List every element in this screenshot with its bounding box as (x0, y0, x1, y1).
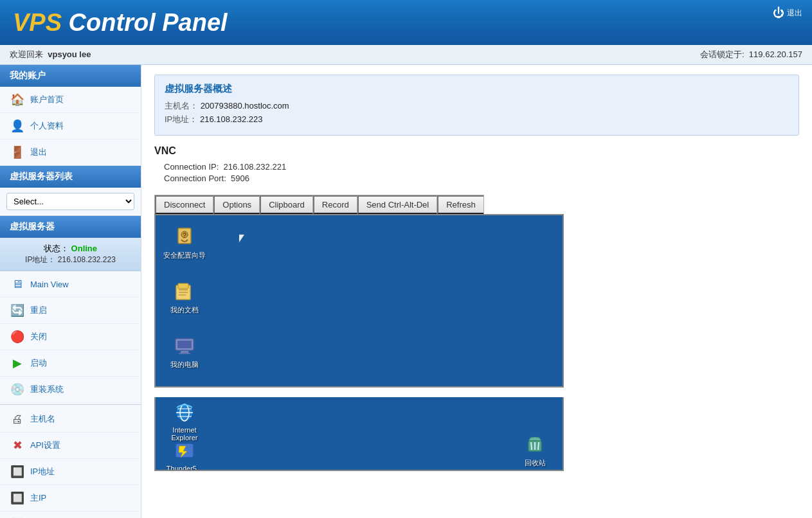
welcome-username: vpsyou lee (48, 49, 91, 59)
sidebar-item-api[interactable]: ✖ API设置 (0, 433, 141, 459)
session-label: 会话锁定于: (700, 49, 744, 59)
svg-rect-17 (176, 443, 194, 458)
sidebar-item-reinstall[interactable]: 💿 重装系统 (0, 377, 141, 403)
sidebar-item-ip[interactable]: 🔲 IP地址 (0, 459, 141, 485)
reinstall-label: 重装系统 (30, 384, 64, 395)
shutdown-icon: 🔴 (10, 329, 25, 344)
vps-status-box: 状态： Online IP地址： 216.108.232.223 (0, 238, 141, 271)
mainip-label: 主IP (30, 492, 46, 504)
ie-icon (172, 400, 197, 425)
sidebar: 我的账户 🏠 账户首页 👤 个人资料 🚪 退出 虚拟服务器列表 Select..… (0, 65, 141, 518)
vps-select-dropdown[interactable]: Select... (6, 193, 134, 210)
vnc-toolbar: Disconnect Options Clipboard Record Send… (154, 195, 484, 214)
vps-selector: Select... (0, 188, 141, 216)
ip-icon: 🔲 (10, 464, 25, 479)
logout-sidebar-label: 退出 (30, 147, 47, 158)
ip-label-ov: IP地址： (165, 114, 197, 124)
vnc-screen-2: Internet Explorer Thunder5... (154, 397, 564, 471)
vnc-connection-ip: Connection IP: 216.108.232.221 (154, 162, 799, 172)
svg-rect-10 (181, 351, 188, 353)
welcome-prefix: 欢迎回来 (10, 49, 43, 59)
recycle-icon (523, 433, 547, 457)
power-icon: ⏻ (773, 6, 784, 20)
vps-ip-row: IP地址： 216.108.232.223 (10, 255, 131, 265)
vps-section-title: 虚拟服务器 (0, 216, 141, 238)
mycomputer-label: 我的电脑 (170, 360, 199, 370)
clipboard-button[interactable]: Clipboard (260, 195, 313, 214)
svg-rect-11 (179, 353, 190, 354)
desktop-icon-mydocs[interactable]: 我的文档 (162, 280, 207, 315)
overview-box: 虚拟服务器概述 主机名： 200793880.hostloc.com IP地址：… (154, 75, 799, 136)
status-label: 状态： (44, 244, 69, 253)
ip-label2: IP地址 (30, 466, 55, 478)
disconnect-button[interactable]: Disconnect (155, 195, 213, 214)
exit-icon: 🚪 (10, 145, 25, 160)
welcome-text: 欢迎回来 vpsyou lee (10, 49, 91, 60)
session-info: 会话锁定于: 119.62.20.157 (700, 49, 802, 60)
sidebar-divider (0, 404, 141, 405)
options-button[interactable]: Options (213, 195, 260, 214)
main-view-label: Main View (30, 280, 69, 289)
desktop-icon-ie[interactable]: Internet Explorer (162, 400, 207, 442)
logout-button[interactable]: ⏻ 退出 (773, 6, 802, 20)
sidebar-item-hostname[interactable]: 🖨 主机名 (0, 406, 141, 433)
restart-label: 重启 (30, 305, 47, 316)
ip-value: 216.108.232.223 (58, 255, 116, 264)
shutdown-label: 关闭 (30, 331, 47, 343)
vnc-screen-1: ? 安全配置向导 我的文档 (154, 214, 564, 388)
hostname-icon: 🖨 (10, 411, 25, 427)
app-title: VPS Control Panel (13, 9, 228, 37)
personal-info-label: 个人资料 (30, 120, 64, 132)
api-icon: ✖ (10, 438, 25, 453)
sidebar-item-shutdown[interactable]: 🔴 关闭 (0, 324, 141, 350)
desktop-icon-mycomputer[interactable]: 我的电脑 (162, 334, 207, 370)
sidebar-item-restart[interactable]: 🔄 重启 (0, 298, 141, 324)
overview-ip: IP地址： 216.108.232.223 (165, 114, 789, 125)
svg-text:?: ? (183, 232, 186, 239)
reinstall-icon: 💿 (10, 382, 25, 397)
mydocs-icon (172, 280, 197, 304)
session-ip: 119.62.20.157 (749, 49, 802, 59)
security-label: 安全配置向导 (163, 251, 206, 260)
desktop-icon-security[interactable]: ? 安全配置向导 (162, 225, 207, 260)
home-icon: 🏠 (10, 92, 25, 107)
desktop-icon-recycle[interactable]: 回收站 (512, 433, 557, 468)
vnc-connection-port: Connection Port: 5906 (154, 174, 799, 183)
desktop-icon-thunder[interactable]: Thunder5... (162, 439, 207, 471)
sidebar-item-main-view[interactable]: 🖥 Main View (0, 271, 141, 298)
title-rest: Control Panel (62, 9, 228, 36)
welcome-bar: 欢迎回来 vpsyou lee 会话锁定于: 119.62.20.157 (0, 45, 812, 65)
sidebar-item-main-ip[interactable]: 🔲 主IP (0, 485, 141, 512)
my-account-section: 我的账户 (0, 65, 141, 87)
ip-label: IP地址： (25, 255, 55, 264)
content-area: 虚拟服务器概述 主机名： 200793880.hostloc.com IP地址：… (141, 65, 812, 518)
overview-hostname: 主机名： 200793880.hostloc.com (165, 100, 789, 112)
vnc-port-value: 5906 (231, 174, 249, 183)
sidebar-item-backup[interactable]: 💾 快速备份 (0, 512, 141, 518)
account-home-label: 账户首页 (30, 94, 64, 105)
record-button[interactable]: Record (313, 195, 357, 214)
refresh-button[interactable]: Refresh (437, 195, 483, 214)
restart-icon: 🔄 (10, 303, 25, 318)
start-icon: ▶ (10, 355, 25, 371)
sidebar-item-start[interactable]: ▶ 启动 (0, 350, 141, 377)
hostname-label-ov: 主机名： (165, 101, 198, 111)
vnc-port-label: Connection Port: (164, 174, 226, 183)
send-ctrl-alt-del-button[interactable]: Send Ctrl-Alt-Del (357, 195, 438, 214)
vnc-title: VNC (154, 145, 799, 157)
monitor-icon: 🖥 (10, 276, 25, 292)
vps-status-row: 状态： Online (10, 243, 131, 255)
mydocs-label: 我的文档 (170, 305, 199, 315)
svg-rect-9 (177, 341, 192, 348)
person-icon: 👤 (10, 118, 25, 134)
sidebar-item-logout[interactable]: 🚪 退出 (0, 139, 141, 166)
vnc-ip-label: Connection IP: (164, 162, 219, 172)
vnc-ip-value: 216.108.232.221 (224, 162, 287, 172)
sidebar-item-personal-info[interactable]: 👤 个人资料 (0, 113, 141, 139)
status-value: Online (71, 244, 97, 253)
api-label: API设置 (30, 440, 60, 451)
vps-list-section: 虚拟服务器列表 (0, 166, 141, 188)
sidebar-item-account-home[interactable]: 🏠 账户首页 (0, 87, 141, 113)
main-layout: 我的账户 🏠 账户首页 👤 个人资料 🚪 退出 虚拟服务器列表 Select..… (0, 65, 812, 518)
title-vps: VPS (13, 9, 62, 36)
